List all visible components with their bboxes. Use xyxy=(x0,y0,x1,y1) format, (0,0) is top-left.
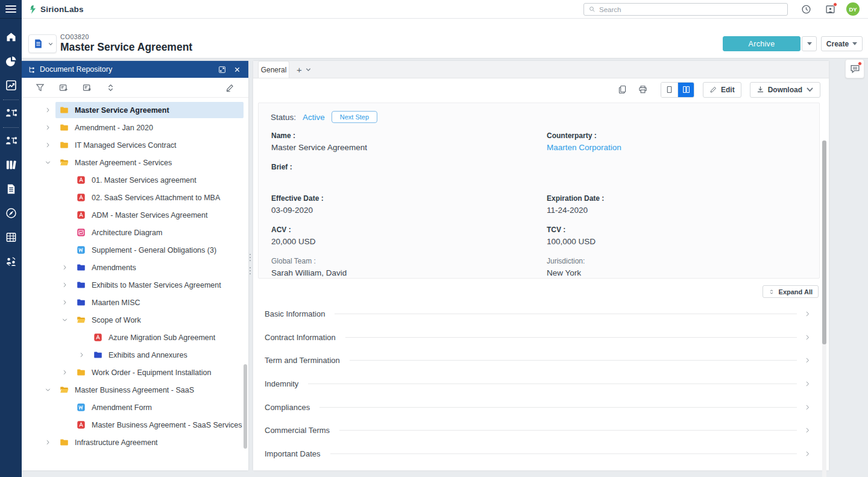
create-button[interactable]: Create xyxy=(821,36,863,51)
accordion-section[interactable]: Term and Termination xyxy=(253,349,829,372)
collapse-expand-all-icon[interactable] xyxy=(105,83,116,93)
tree-item-label: IT Managed Services Contract xyxy=(75,141,177,150)
tree-item[interactable]: 01. Master Services agreement xyxy=(22,171,248,189)
edit-button[interactable]: Edit xyxy=(703,82,741,98)
accordion-section[interactable]: Contract Information xyxy=(253,326,829,349)
add-tab-button[interactable]: + xyxy=(289,61,318,78)
chevron-right-icon[interactable] xyxy=(45,124,60,131)
user-avatar[interactable]: DY xyxy=(846,2,860,16)
repository-header: Document Repository xyxy=(22,61,248,78)
expand-all-button[interactable]: Expand All xyxy=(763,285,819,298)
copy-document-icon[interactable] xyxy=(616,84,628,96)
tree-item[interactable]: Master Agreement - Services xyxy=(22,154,248,171)
filter-icon[interactable] xyxy=(35,83,45,93)
chevron-right-icon[interactable] xyxy=(61,282,77,288)
chevron-down-icon[interactable] xyxy=(61,317,77,323)
sidebar-divider xyxy=(3,127,19,128)
accordion-section[interactable]: Important Dates xyxy=(253,442,829,466)
tree-item[interactable]: Scope of Work xyxy=(22,311,248,329)
chevron-right-icon[interactable] xyxy=(61,369,77,376)
edit-tree-icon[interactable] xyxy=(225,83,235,93)
sidebar-item-performance-chart[interactable] xyxy=(0,74,22,98)
tree-item[interactable]: Amendment - Jan 2020 xyxy=(22,119,248,136)
tree-scrollbar-thumb[interactable] xyxy=(244,364,247,449)
add-document-icon[interactable] xyxy=(58,83,69,93)
main-scrollbar-thumb[interactable] xyxy=(822,141,826,344)
tree-item[interactable]: IT Managed Services Contract xyxy=(22,136,248,154)
accordion-section[interactable]: Compliances xyxy=(253,396,829,419)
tree-item-label: Infrastructure Agreement xyxy=(75,438,158,447)
brand-logo[interactable]: SirionLabs xyxy=(28,0,84,19)
close-panel-icon[interactable] xyxy=(231,64,242,75)
chevron-right-icon xyxy=(804,427,811,434)
single-column-view-icon[interactable] xyxy=(661,83,678,97)
tree-item-label: Amendment - Jan 2020 xyxy=(75,124,153,132)
chevron-right-icon[interactable] xyxy=(78,352,93,358)
documents-icon xyxy=(5,183,17,197)
field-value: 03-09-2020 xyxy=(271,206,547,215)
field-value-link[interactable]: Maarten Corporation xyxy=(547,143,807,153)
tree-item[interactable]: Master Service Agreement xyxy=(22,101,248,119)
tree-item[interactable]: Exhibits and Annexures xyxy=(22,346,248,364)
download-button[interactable]: Download xyxy=(750,82,820,98)
chevron-right-icon[interactable] xyxy=(45,439,60,446)
tree-item[interactable]: Amendment Form xyxy=(22,399,248,416)
search-input[interactable] xyxy=(599,6,782,13)
archive-dropdown-button[interactable] xyxy=(802,36,817,51)
tree-item[interactable]: Maarten MISC xyxy=(22,294,248,311)
contract-id: CO03820 xyxy=(60,33,192,40)
chevron-right-icon[interactable] xyxy=(61,264,77,271)
chevron-down-icon[interactable] xyxy=(45,387,60,393)
favorite-document-icon[interactable] xyxy=(82,83,92,93)
field-label: Jurisdiction: xyxy=(547,257,807,265)
contract-detail-panel: General + Edit Download xyxy=(253,61,829,470)
folder-blue-icon xyxy=(77,263,86,273)
accordion-section[interactable]: Commercial Terms xyxy=(253,419,829,442)
two-column-view-icon[interactable] xyxy=(678,83,694,97)
tree-item[interactable]: Azure Migration Sub Agreement xyxy=(22,329,248,346)
hamburger-menu-icon[interactable] xyxy=(0,0,22,19)
sidebar-item-supplier-hierarchy[interactable] xyxy=(0,102,22,126)
sidebar-item-library[interactable] xyxy=(0,154,22,178)
tree-item[interactable]: Master Business Agreement - SaaS xyxy=(22,381,248,399)
tree-item[interactable]: Exhibits to Master Services Agreement xyxy=(22,276,248,294)
tree-item[interactable]: Architecture Diagram xyxy=(22,224,248,241)
next-step-button[interactable]: Next Step xyxy=(332,111,377,123)
chevron-down-icon xyxy=(806,86,814,93)
sidebar-item-home[interactable] xyxy=(0,26,22,50)
tree-item[interactable]: Supplement - General Obligations (3) xyxy=(22,241,248,259)
accordion-section[interactable]: Indemnity xyxy=(253,372,829,396)
contacts-notifications-icon[interactable] xyxy=(824,3,837,16)
history-icon[interactable] xyxy=(800,3,813,16)
expand-panel-icon[interactable] xyxy=(216,64,227,75)
tree-item[interactable]: ADM - Master Services Agreement xyxy=(22,206,248,224)
sidebar-item-documents[interactable] xyxy=(0,178,22,202)
comments-button[interactable] xyxy=(845,59,864,78)
tree-item[interactable]: Infrastructure Agreement xyxy=(22,434,248,451)
tree-item-label: Azure Migration Sub Agreement xyxy=(108,333,215,342)
plus-icon: + xyxy=(297,65,302,74)
document-type-button[interactable] xyxy=(28,34,57,53)
tree-item[interactable]: Master Business Agreement - SaaS Service… xyxy=(22,416,248,434)
chevron-right-icon[interactable] xyxy=(45,107,60,113)
tree-item[interactable]: 02. SaaS Services Attachment to MBA xyxy=(22,189,248,206)
sidebar-item-grid-table[interactable] xyxy=(0,226,22,250)
tree-item[interactable]: Work Order - Equipment Installation xyxy=(22,364,248,381)
tree-item[interactable]: Amendments xyxy=(22,259,248,276)
summary-card: Status: Active Next Step Name :Master Se… xyxy=(258,103,820,279)
accordion-section[interactable]: Basic Information xyxy=(253,302,829,326)
supplier-hierarchy-icon xyxy=(5,107,17,121)
folder-yellow-icon xyxy=(60,141,69,150)
chevron-right-icon[interactable] xyxy=(45,142,60,148)
print-icon[interactable] xyxy=(637,84,649,96)
sidebar-item-contract-hierarchy[interactable] xyxy=(0,130,22,154)
archive-button[interactable]: Archive xyxy=(723,36,800,51)
panel-splitter[interactable] xyxy=(248,61,253,470)
tab-general[interactable]: General xyxy=(258,61,289,78)
sidebar-item-compass[interactable] xyxy=(0,202,22,226)
sidebar-item-analytics-pie[interactable] xyxy=(0,50,22,74)
chevron-down-icon[interactable] xyxy=(45,159,60,166)
section-label: Contract Information xyxy=(265,333,336,342)
chevron-right-icon[interactable] xyxy=(61,299,77,306)
sidebar-item-collaboration[interactable] xyxy=(0,250,22,274)
